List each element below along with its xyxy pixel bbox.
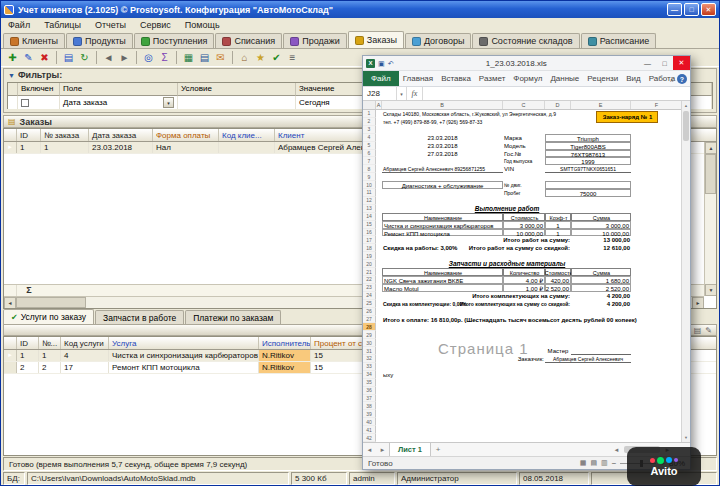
excel-row-number[interactable]: 26 bbox=[363, 308, 376, 316]
excel-cell[interactable]: 4,00 ₽ bbox=[503, 276, 545, 284]
menu-item[interactable]: Помощь bbox=[178, 20, 227, 30]
excel-column-header[interactable]: C bbox=[503, 101, 545, 109]
toolbar-icon[interactable]: ★ bbox=[253, 50, 268, 65]
toolbar-icon[interactable]: ▤ bbox=[197, 50, 212, 65]
toolbar-icon[interactable]: ✉ bbox=[213, 50, 228, 65]
toolbar-icon[interactable]: ▦ bbox=[181, 50, 196, 65]
cell[interactable]: 4 bbox=[61, 350, 109, 361]
services-edit-icon[interactable]: ✎ bbox=[705, 326, 712, 335]
main-tab[interactable]: Списания bbox=[215, 33, 282, 48]
excel-row-number[interactable]: 10 bbox=[363, 181, 376, 189]
sheet-tab[interactable]: Лист 1 bbox=[389, 443, 431, 456]
excel-row-number[interactable]: 19 bbox=[363, 252, 376, 260]
excel-cell[interactable]: Коэф-т bbox=[545, 213, 571, 221]
column-header[interactable]: Код услуги bbox=[61, 337, 109, 349]
cell[interactable]: 2 bbox=[17, 362, 39, 373]
scroll-left-button[interactable]: ◄ bbox=[4, 297, 16, 309]
sheet-nav-left-icon[interactable]: ◄ bbox=[363, 443, 376, 456]
sheet-nav-right-icon[interactable]: ► bbox=[376, 443, 389, 456]
hscroll-thumb[interactable] bbox=[16, 297, 86, 308]
column-header[interactable]: Услуга bbox=[109, 337, 259, 349]
cell[interactable] bbox=[219, 142, 275, 153]
excel-row-number[interactable]: 25 bbox=[363, 300, 376, 308]
excel-row-number[interactable]: 3 bbox=[363, 126, 376, 134]
excel-row-number[interactable]: 38 bbox=[363, 402, 376, 410]
scroll-down-button[interactable]: ▼ bbox=[705, 284, 717, 296]
excel-cell[interactable]: 4 200,00 bbox=[571, 300, 631, 308]
excel-cell[interactable]: 2 520,00 bbox=[571, 284, 631, 292]
excel-cell[interactable]: 1,00 ₽ bbox=[503, 284, 545, 292]
excel-cell[interactable]: 3 000,00 bbox=[503, 221, 545, 229]
detail-tab[interactable]: ✔Услуги по заказу bbox=[3, 309, 94, 324]
name-box[interactable]: J28 bbox=[363, 87, 397, 100]
excel-close-button[interactable]: ✕ bbox=[673, 56, 690, 70]
ribbon-collapse-icon[interactable]: ∧ bbox=[670, 76, 674, 83]
row-selector[interactable]: ▸ bbox=[4, 142, 17, 153]
excel-cell[interactable]: NGK Свеча зажигания BK8E bbox=[382, 276, 503, 284]
excel-cell[interactable]: Год выпуска bbox=[503, 157, 545, 165]
main-tab[interactable]: Расписание bbox=[581, 33, 657, 48]
excel-cell[interactable]: 23.03.2018 bbox=[382, 134, 503, 142]
excel-cell[interactable]: Выполнение работ bbox=[382, 205, 631, 213]
excel-cell[interactable]: 420,00 bbox=[545, 276, 571, 284]
excel-row-number[interactable]: 35 bbox=[363, 379, 376, 387]
excel-cell[interactable]: Абрамцев Сергей Алексеевич 89256871255 bbox=[382, 165, 503, 173]
toolbar-icon[interactable]: ≡ bbox=[285, 50, 300, 65]
excel-column-header[interactable]: D bbox=[545, 101, 571, 109]
excel-cell[interactable]: Склады 140180, Московская область, г.Жук… bbox=[382, 110, 545, 118]
main-tab[interactable]: Клиенты bbox=[3, 33, 65, 48]
excel-row-number[interactable]: 34 bbox=[363, 371, 376, 379]
excel-cell[interactable]: Triumph bbox=[545, 134, 631, 142]
excel-row-number[interactable]: 41 bbox=[363, 426, 376, 434]
column-header[interactable]: ID bbox=[17, 129, 41, 141]
toolbar-icon[interactable]: ▤ bbox=[61, 50, 76, 65]
excel-cell[interactable]: Количество bbox=[503, 268, 545, 276]
excel-cell[interactable]: Ремонт КПП мотоцикла bbox=[382, 229, 503, 237]
excel-cell[interactable]: Диагностика + обслуживание bbox=[382, 181, 503, 189]
excel-cell[interactable] bbox=[571, 347, 631, 355]
cell[interactable]: Нал bbox=[153, 142, 219, 153]
filter-field-cell[interactable]: Дата заказа ▾ bbox=[60, 96, 178, 109]
excel-cell[interactable]: Tiger800ABS bbox=[545, 142, 631, 150]
view-layout-icon[interactable]: ▤ bbox=[590, 459, 597, 467]
zoom-out-button[interactable]: − bbox=[612, 459, 617, 468]
excel-cell[interactable]: 4 200,00 bbox=[571, 292, 631, 300]
column-header[interactable]: Исполнитель bbox=[259, 337, 311, 349]
row-selector[interactable]: ▸ bbox=[4, 350, 17, 361]
excel-row-number[interactable]: 20 bbox=[363, 260, 376, 268]
toolbar-icon[interactable]: ✖ bbox=[37, 50, 52, 65]
orders-vscrollbar[interactable]: ▲ ▼ bbox=[704, 142, 716, 296]
excel-scroll-up[interactable]: ▲ bbox=[682, 101, 690, 110]
excel-cell[interactable]: № двиг. bbox=[503, 181, 545, 189]
excel-cell[interactable]: Итого работ на сумму: bbox=[382, 236, 571, 244]
save-icon[interactable]: ▣ bbox=[378, 60, 385, 67]
excel-titlebar[interactable]: X ▣ ↶ 1_23.03.2018.xls — □ ✕ bbox=[363, 56, 690, 71]
excel-row-number[interactable]: 27 bbox=[363, 316, 376, 324]
excel-row-number[interactable]: 24 bbox=[363, 292, 376, 300]
excel-cell[interactable]: Итого комплектующих на сумму: bbox=[382, 292, 571, 300]
excel-row-number[interactable]: 32 bbox=[363, 355, 376, 363]
cell[interactable]: 1 bbox=[17, 142, 41, 153]
excel-row-number[interactable]: 31 bbox=[363, 347, 376, 355]
excel-row-number[interactable]: 16 bbox=[363, 229, 376, 237]
excel-cell[interactable]: 76XT987613 bbox=[545, 150, 631, 158]
cell[interactable]: N.Ritikov bbox=[259, 350, 311, 361]
excel-cell[interactable]: 1999 bbox=[545, 157, 631, 165]
ribbon-tab[interactable]: Вид bbox=[622, 71, 644, 86]
cell[interactable]: 17 bbox=[61, 362, 109, 373]
excel-row-number[interactable]: 6 bbox=[363, 150, 376, 158]
excel-row-number[interactable]: 15 bbox=[363, 221, 376, 229]
excel-cell[interactable]: 2 520,00 bbox=[545, 284, 571, 292]
main-tab[interactable]: Состояние складов bbox=[472, 33, 579, 48]
ribbon-tab[interactable]: Формул bbox=[509, 71, 546, 86]
toolbar-icon[interactable]: ◄ bbox=[101, 50, 116, 65]
excel-vscrollbar[interactable]: ▲ ▼ bbox=[681, 101, 690, 442]
excel-row-number[interactable]: 8 bbox=[363, 165, 376, 173]
excel-row-number[interactable]: 22 bbox=[363, 276, 376, 284]
excel-row-number[interactable]: 36 bbox=[363, 387, 376, 395]
excel-row-number[interactable]: 37 bbox=[363, 395, 376, 403]
excel-row-number[interactable]: 33 bbox=[363, 363, 376, 371]
cell[interactable]: 1 bbox=[17, 350, 39, 361]
scroll-right-button[interactable]: ► bbox=[692, 297, 704, 309]
excel-cell[interactable] bbox=[545, 181, 631, 189]
